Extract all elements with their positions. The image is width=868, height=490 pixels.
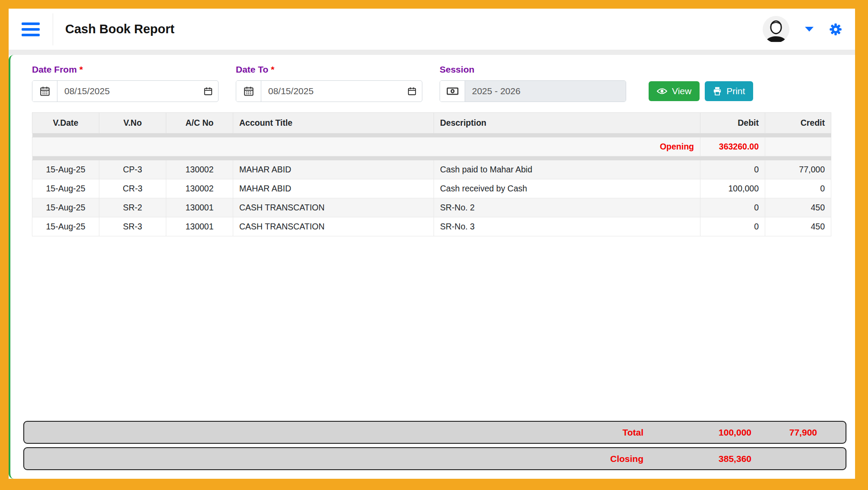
col-debit: Debit [700,113,765,134]
separator-band [32,134,831,137]
user-avatar[interactable] [763,16,789,43]
col-vdate: V.Date [32,113,99,134]
session-input[interactable] [465,86,626,96]
app-header: Cash Book Report [9,9,855,50]
col-vno: V.No [99,113,166,134]
menu-button[interactable] [20,20,41,39]
date-from-input[interactable] [57,86,218,96]
chevron-down-icon[interactable] [805,27,814,32]
cashbook-table: V.Date V.No A/C No Account Title Descrip… [32,112,831,236]
money-bill-icon [440,81,465,102]
closing-label: Closing [548,454,643,464]
col-title: Account Title [233,113,434,134]
calendar-icon [236,81,261,102]
content-spacer [32,236,831,421]
opening-label: Opening [32,137,700,156]
col-credit: Credit [765,113,831,134]
separator-band [32,156,831,160]
total-debit: 100,000 [643,427,751,438]
col-desc: Description [434,113,700,134]
table-row: 15-Aug-25 CR-3 130002 MAHAR ABID Cash re… [32,179,831,198]
gear-icon [829,23,842,36]
col-acno: A/C No [166,113,233,134]
printer-icon [713,87,722,95]
view-button-label: View [672,86,691,96]
opening-row: Opening 363260.00 [32,137,831,156]
total-label: Total [548,427,643,438]
table-row: 15-Aug-25 SR-3 130001 CASH TRANSCATION S… [32,217,831,236]
opening-credit [765,137,831,156]
table-header-row: V.Date V.No A/C No Account Title Descrip… [32,113,831,134]
total-bar: Total 100,000 77,900 [23,421,846,444]
header-separator [9,50,855,55]
print-button[interactable]: Print [705,81,753,101]
filter-bar: Date From * [32,64,831,102]
required-mark: * [271,64,274,74]
print-button-label: Print [726,86,745,96]
date-from-field: Date From * [32,64,219,102]
filter-actions: View Print [649,81,753,102]
page-title: Cash Book Report [65,22,174,36]
required-mark: * [79,64,83,74]
date-to-input[interactable] [261,86,422,96]
calendar-icon [32,81,57,102]
view-button[interactable]: View [649,81,700,101]
header-divider [53,13,53,45]
avatar-person-icon [763,16,789,43]
date-to-field: Date To * [236,64,422,102]
table-row: 15-Aug-25 SR-2 130001 CASH TRANSCATION S… [32,198,831,217]
closing-debit: 385,360 [643,454,751,464]
header-right-group [763,16,842,43]
closing-bar: Closing 385,360 [23,447,846,470]
app-window: Cash Book Report [9,9,855,479]
table-row: 15-Aug-25 CP-3 130002 MAHAR ABID Cash pa… [32,160,831,179]
opening-debit: 363260.00 [700,137,765,156]
session-field: Session [440,64,626,102]
settings-button[interactable] [829,23,842,36]
eye-icon [657,87,667,95]
hamburger-icon [22,22,40,25]
total-credit: 77,900 [751,427,817,438]
session-label: Session [440,64,626,75]
date-from-label: Date From * [32,64,219,75]
report-card: Date From * [9,55,855,479]
date-to-label: Date To * [236,64,422,75]
